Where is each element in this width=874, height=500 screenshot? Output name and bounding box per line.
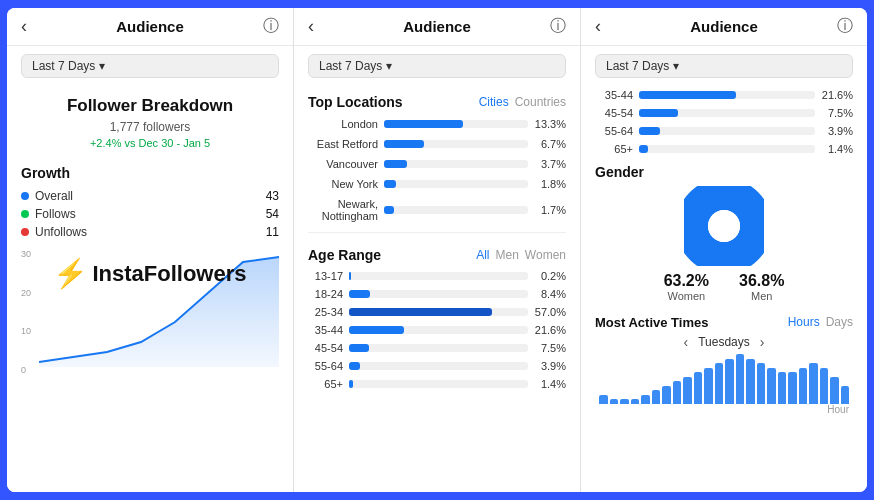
- age-label: 18-24: [308, 288, 343, 300]
- hour-bar: [620, 399, 629, 404]
- age-row: 13-17 0.2%: [294, 267, 580, 285]
- gender-title: Gender: [595, 164, 853, 180]
- men-pct: 36.8%: [739, 272, 784, 290]
- gender-labels: 63.2% Women 36.8% Men: [664, 272, 785, 302]
- logo-overlay: ⚡ InstaFollowers: [53, 257, 246, 290]
- y-axis-labels: 30 20 10 0: [21, 247, 31, 377]
- tab-hours[interactable]: Hours: [788, 314, 820, 330]
- nav-next[interactable]: ›: [760, 334, 765, 350]
- gender-section: Gender 63.2% Women: [595, 164, 853, 302]
- age-bar-label: 45-54: [595, 107, 633, 119]
- back-icon-1[interactable]: ‹: [21, 16, 27, 37]
- loc-pct: 3.7%: [534, 158, 566, 170]
- loc-name: New York: [308, 178, 378, 190]
- loc-pct: 1.8%: [534, 178, 566, 190]
- women-pct: 63.2%: [664, 272, 709, 290]
- bar-fill: [639, 145, 648, 153]
- panel-2-title: Audience: [403, 18, 471, 35]
- bar-fill: [349, 326, 404, 334]
- age-bar-pct: 1.4%: [821, 143, 853, 155]
- bar-track: [349, 290, 528, 298]
- age-label: 55-64: [308, 360, 343, 372]
- tab-men[interactable]: Men: [496, 247, 519, 263]
- loc-pct: 13.3%: [534, 118, 566, 130]
- age-tabs: All Men Women: [476, 247, 566, 263]
- men-label: Men: [739, 290, 784, 302]
- bar-track: [384, 140, 528, 148]
- bar-fill: [349, 344, 369, 352]
- follower-breakdown-title: Follower Breakdown: [21, 96, 279, 116]
- info-icon-2[interactable]: ⓘ: [550, 16, 566, 37]
- hour-bar: [820, 368, 829, 404]
- date-dropdown-3[interactable]: Last 7 Days ▾: [595, 54, 853, 78]
- hour-bar: [757, 363, 766, 404]
- tab-women[interactable]: Women: [525, 247, 566, 263]
- hour-bar: [725, 359, 734, 404]
- location-tabs: Cities Countries: [479, 94, 566, 110]
- bar-track: [349, 362, 528, 370]
- info-icon-3[interactable]: ⓘ: [837, 16, 853, 37]
- hour-bar: [715, 363, 724, 404]
- most-active-title: Most Active Times: [595, 315, 708, 330]
- gender-chart: 63.2% Women 36.8% Men: [595, 186, 853, 302]
- tab-cities[interactable]: Cities: [479, 94, 509, 110]
- info-icon-1[interactable]: ⓘ: [263, 16, 279, 37]
- back-icon-2[interactable]: ‹: [308, 16, 314, 37]
- pie-svg: [684, 186, 764, 266]
- hour-bar: [788, 372, 797, 404]
- gender-men: 36.8% Men: [739, 272, 784, 302]
- location-row: Newark, Nottingham 1.7%: [294, 194, 580, 226]
- hour-bar: [599, 395, 608, 404]
- bar-track: [349, 272, 528, 280]
- age-bar-row: 55-64 3.9%: [581, 122, 867, 140]
- growth-section: Growth Overall 43 Follows 54: [21, 165, 279, 241]
- dot-overall: [21, 192, 29, 200]
- top-locations-header: Top Locations Cities Countries: [308, 94, 566, 110]
- loc-name: Vancouver: [308, 158, 378, 170]
- age-bar-row: 35-44 21.6%: [581, 86, 867, 104]
- bar-track: [639, 145, 815, 153]
- date-dropdown-2[interactable]: Last 7 Days ▾: [308, 54, 566, 78]
- age-row: 35-44 21.6%: [294, 321, 580, 339]
- hour-label: Hour: [595, 404, 853, 415]
- loc-name: East Retford: [308, 138, 378, 150]
- back-icon-3[interactable]: ‹: [595, 16, 601, 37]
- age-range-title: Age Range: [308, 247, 381, 263]
- age-label: 45-54: [308, 342, 343, 354]
- hour-bar: [694, 372, 703, 404]
- most-active-section: Most Active Times Hours Days ‹ Tuesdays …: [595, 314, 853, 415]
- bar-track: [639, 127, 815, 135]
- location-list: London 13.3% East Retford 6.7% Vancouver…: [294, 114, 580, 226]
- hour-bar: [778, 372, 787, 404]
- panel-1: ‹ Audience ⓘ Last 7 Days ▾ Follower Brea…: [7, 8, 294, 492]
- hour-bar: [641, 395, 650, 404]
- loc-name: Newark, Nottingham: [308, 198, 378, 222]
- bar-track: [639, 91, 815, 99]
- hour-bar: [767, 368, 776, 404]
- tab-countries[interactable]: Countries: [515, 94, 566, 110]
- age-bar-pct: 21.6%: [821, 89, 853, 101]
- bar-track: [384, 206, 528, 214]
- divider-1: [308, 232, 566, 233]
- gender-women: 63.2% Women: [664, 272, 709, 302]
- hour-bar: [736, 354, 745, 404]
- panel-3-title: Audience: [690, 18, 758, 35]
- panel-3: ‹ Audience ⓘ Last 7 Days ▾ 35-44 21.6% 4…: [581, 8, 867, 492]
- hour-bar: [652, 390, 661, 404]
- age-label: 65+: [308, 378, 343, 390]
- svg-point-3: [708, 210, 740, 242]
- most-active-nav: ‹ Tuesdays ›: [595, 334, 853, 350]
- tab-all[interactable]: All: [476, 247, 489, 263]
- age-bars-panel3: 35-44 21.6% 45-54 7.5% 55-64 3.9% 65+ 1.…: [581, 86, 867, 158]
- location-row: East Retford 6.7%: [294, 134, 580, 154]
- loc-pct: 1.7%: [534, 204, 566, 216]
- growth-label: Growth: [21, 165, 279, 181]
- nav-prev[interactable]: ‹: [684, 334, 689, 350]
- tab-days[interactable]: Days: [826, 314, 853, 330]
- age-label: 35-44: [308, 324, 343, 336]
- bar-fill: [384, 206, 394, 214]
- hour-bar: [704, 368, 713, 404]
- hour-bar: [746, 359, 755, 404]
- bar-fill: [349, 362, 360, 370]
- date-dropdown-1[interactable]: Last 7 Days ▾: [21, 54, 279, 78]
